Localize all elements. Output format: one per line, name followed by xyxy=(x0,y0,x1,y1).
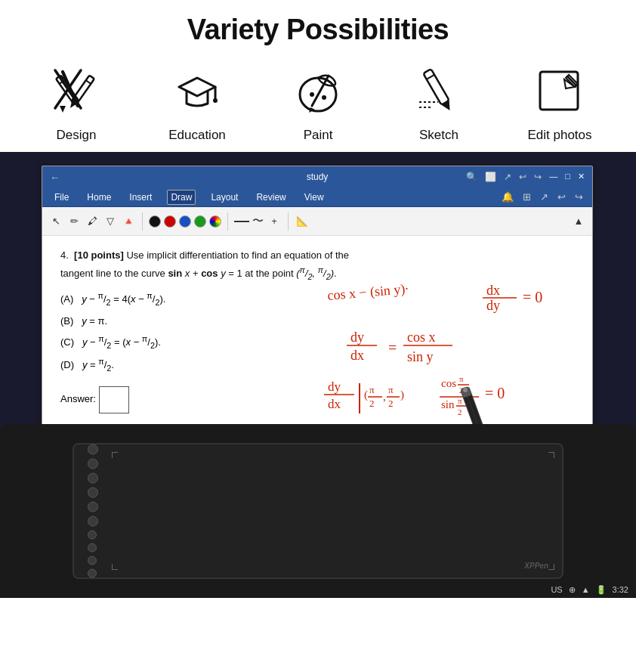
tablet-btn-10[interactable] xyxy=(88,569,97,578)
menu-layout[interactable]: Layout xyxy=(208,190,241,204)
tablet-btn-7[interactable] xyxy=(88,531,97,540)
color-red[interactable] xyxy=(164,215,176,228)
tablet-btn-8[interactable] xyxy=(88,543,97,553)
ruler-tool[interactable]: 📐 xyxy=(295,214,310,229)
title-bar: ← study 🔍 ⬜ ↗ ↩ ↪ — □ ✕ xyxy=(42,166,592,187)
bell-icon[interactable]: 🔔 xyxy=(502,191,514,203)
battery-icon: 🔋 xyxy=(596,585,607,595)
tablet-section: ← study 🔍 ⬜ ↗ ↩ ↪ — □ ✕ File Home Insert… xyxy=(0,152,636,598)
filter-tool[interactable]: 🔺 xyxy=(121,214,136,229)
svg-text:dy: dy xyxy=(328,379,341,394)
menu-bar: File Home Insert Draw Layout Review View… xyxy=(42,187,592,207)
wifi-icon: ▲ xyxy=(582,585,590,594)
editphotos-icon xyxy=(529,61,590,122)
network-icon: ⊕ xyxy=(569,585,576,595)
toolbar-separator-3 xyxy=(288,212,289,231)
svg-marker-2 xyxy=(60,106,66,113)
answer-input-box[interactable] xyxy=(99,386,129,413)
use-case-paint: Paint xyxy=(258,61,378,143)
tablet-btn-6[interactable] xyxy=(88,516,98,527)
tablet-btn-2[interactable] xyxy=(88,459,98,469)
menu-view[interactable]: View xyxy=(301,190,327,204)
minimize-btn[interactable]: — xyxy=(549,172,557,182)
svg-text:cos x: cos x xyxy=(407,330,436,345)
education-label: Education xyxy=(168,128,226,143)
corner-br-mark xyxy=(548,564,554,570)
corner-tr-mark xyxy=(548,452,554,458)
share-icon[interactable]: ↗ xyxy=(504,172,511,182)
education-icon xyxy=(167,61,227,122)
eraser-tool[interactable]: ▽ xyxy=(103,214,118,229)
corner-bl-mark xyxy=(112,564,118,570)
svg-point-17 xyxy=(322,95,326,100)
collapse-toolbar[interactable]: ▲ xyxy=(571,214,586,229)
undo2-icon[interactable]: ↩ xyxy=(557,191,566,203)
sketch-label: Sketch xyxy=(419,128,458,143)
svg-point-12 xyxy=(213,98,218,103)
tablet-buttons xyxy=(88,444,98,578)
undo-icon[interactable]: ↩ xyxy=(519,172,526,182)
pen-tool[interactable]: ✏ xyxy=(66,214,82,229)
svg-line-20 xyxy=(427,75,434,79)
svg-text:π: π xyxy=(388,384,394,395)
color-green[interactable] xyxy=(194,215,206,228)
svg-point-16 xyxy=(310,92,314,97)
page-title: Variety Possibilities xyxy=(0,14,636,46)
tablet-btn-4[interactable] xyxy=(88,488,98,498)
tablet-btn-9[interactable] xyxy=(88,556,97,565)
sketch-icon xyxy=(409,61,469,122)
toolbar: ↖ ✏ 🖍 ▽ 🔺 〜 + 📐 ▲ xyxy=(42,207,592,236)
svg-text:sin y: sin y xyxy=(407,349,434,364)
svg-text:= 0: = 0 xyxy=(523,289,542,305)
line-tool[interactable] xyxy=(234,221,249,222)
use-case-editphotos: Edit photos xyxy=(499,61,620,143)
svg-text:π: π xyxy=(459,374,464,383)
window-icon[interactable]: ⬜ xyxy=(485,172,496,182)
menu-home[interactable]: Home xyxy=(84,190,114,204)
svg-text:cos x − (sin y)·: cos x − (sin y)· xyxy=(327,281,409,304)
menu-draw[interactable]: Draw xyxy=(167,190,196,205)
back-arrow-icon[interactable]: ← xyxy=(50,172,60,183)
use-case-design: Design xyxy=(16,61,137,143)
use-case-education: Education xyxy=(137,61,258,143)
search-icon[interactable]: 🔍 xyxy=(466,172,477,182)
svg-text:dy: dy xyxy=(350,330,364,345)
toolbar-separator-2 xyxy=(227,212,228,231)
color-blue[interactable] xyxy=(179,215,191,228)
svg-text:(: ( xyxy=(364,389,368,401)
highlighter-tool[interactable]: 🖍 xyxy=(85,214,100,229)
close-btn[interactable]: ✕ xyxy=(578,172,585,182)
color-multi[interactable] xyxy=(209,215,221,228)
share2-icon[interactable]: ↗ xyxy=(540,191,548,203)
grid-icon[interactable]: ⊞ xyxy=(523,191,531,203)
wave-tool[interactable]: 〜 xyxy=(252,214,264,228)
tablet-btn-5[interactable] xyxy=(88,502,98,513)
svg-text:2: 2 xyxy=(388,398,394,409)
svg-rect-18 xyxy=(423,69,449,105)
restore-btn[interactable]: □ xyxy=(565,172,570,182)
design-label: Design xyxy=(57,128,97,143)
tablet-btn-3[interactable] xyxy=(88,473,98,484)
svg-line-10 xyxy=(86,80,91,84)
window-controls: 🔍 ⬜ ↗ ↩ ↪ — □ ✕ xyxy=(466,172,585,182)
cursor-tool[interactable]: ↖ xyxy=(48,214,63,229)
tablet-drawing-surface[interactable]: XPPen xyxy=(73,443,563,579)
brand-logo: XPPen xyxy=(524,562,548,570)
window-title: study xyxy=(307,172,329,182)
answer-label: Answer: xyxy=(60,393,96,404)
svg-text:dx: dx xyxy=(486,283,500,298)
toolbar-right: ▲ xyxy=(571,214,586,229)
menu-file[interactable]: File xyxy=(51,190,72,204)
redo-icon[interactable]: ↪ xyxy=(534,172,542,182)
svg-text:dx: dx xyxy=(328,397,341,411)
svg-text:dy: dy xyxy=(486,298,500,313)
add-tool[interactable]: + xyxy=(267,214,282,229)
title-bar-left: ← xyxy=(50,172,60,183)
color-black[interactable] xyxy=(149,215,161,228)
menu-review[interactable]: Review xyxy=(253,190,289,204)
redo2-icon[interactable]: ↪ xyxy=(575,191,583,203)
svg-text:π: π xyxy=(369,384,375,395)
menu-insert[interactable]: Insert xyxy=(126,190,155,204)
tablet-btn-1[interactable] xyxy=(88,444,98,455)
svg-marker-19 xyxy=(441,101,453,113)
